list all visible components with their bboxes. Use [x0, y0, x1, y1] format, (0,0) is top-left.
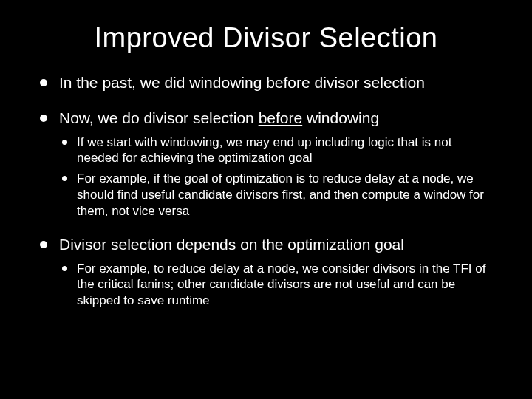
- bullet-text: Divisor selection depends on the optimiz…: [59, 236, 404, 253]
- bullet-text: In the past, we did windowing before div…: [59, 74, 425, 91]
- bullet-text: Now, we do divisor selection: [59, 109, 259, 126]
- list-item: Now, we do divisor selection before wind…: [37, 109, 495, 219]
- slide-title: Improved Divisor Selection: [37, 22, 495, 54]
- list-item: For example, to reduce delay at a node, …: [59, 261, 495, 309]
- bullet-text: For example, to reduce delay at a node, …: [77, 262, 485, 308]
- bullet-text: For example, if the goal of optimization…: [77, 171, 484, 218]
- list-item: Divisor selection depends on the optimiz…: [37, 235, 495, 309]
- bullet-text: If we start with windowing, we may end u…: [77, 135, 451, 166]
- bullet-list: In the past, we did windowing before div…: [37, 73, 495, 309]
- bullet-text-underline: before: [259, 109, 303, 126]
- list-item: For example, if the goal of optimization…: [59, 171, 495, 219]
- bullet-text: windowing: [302, 109, 379, 126]
- sub-bullet-list: For example, to reduce delay at a node, …: [59, 261, 495, 309]
- list-item: In the past, we did windowing before div…: [37, 73, 495, 92]
- slide: Improved Divisor Selection In the past, …: [0, 0, 532, 399]
- sub-bullet-list: If we start with windowing, we may end u…: [59, 134, 495, 219]
- list-item: If we start with windowing, we may end u…: [59, 134, 495, 167]
